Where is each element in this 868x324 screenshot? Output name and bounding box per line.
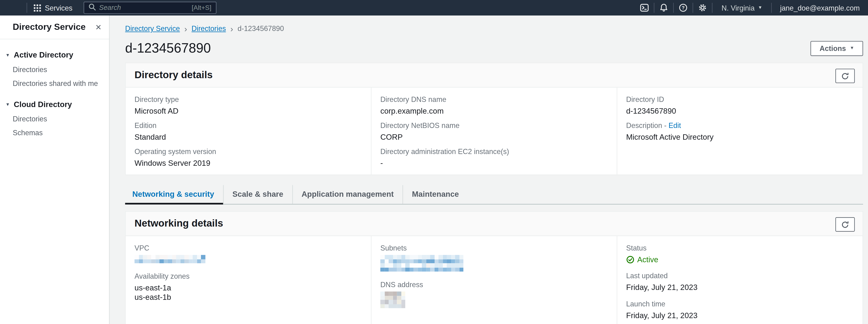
launch-time-value: Friday, July 21, 2023 (626, 311, 854, 320)
chevron-down-icon: ▼ (758, 6, 763, 10)
actions-button[interactable]: Actions ▼ (811, 40, 863, 56)
field-label: Directory DNS name (380, 95, 608, 104)
cloudshell-button[interactable] (635, 0, 654, 16)
networking-details-panel: Networking details VPC (125, 211, 863, 324)
status-value: Active (637, 255, 658, 264)
services-grid-icon (34, 4, 41, 11)
bell-icon (659, 3, 669, 12)
services-menu-button[interactable]: Services (27, 3, 79, 12)
details-column-1: Directory typeMicrosoft AD EditionStanda… (126, 88, 371, 175)
sidebar-item-schemas[interactable]: Schemas (0, 129, 109, 137)
networking-column-2: Subnets DNS address (371, 236, 617, 324)
field-value: Microsoft Active Directory (626, 132, 854, 142)
question-circle-icon: ? (679, 3, 688, 12)
subnets-redacted-value (380, 255, 463, 272)
help-button[interactable]: ? (674, 0, 693, 16)
detail-tabs: Networking & security Scale & share Appl… (125, 185, 863, 205)
networking-details-title: Networking details (135, 218, 223, 229)
details-column-3: Directory IDd-1234567890 Description - E… (617, 88, 863, 175)
svg-text:?: ? (682, 5, 685, 10)
vpc-redacted-value (135, 255, 205, 263)
gear-icon (698, 3, 707, 12)
sidebar-section-active-directory[interactable]: ▼ Active Directory (0, 51, 109, 59)
last-updated-value: Friday, July 21, 2023 (626, 283, 854, 292)
availability-zones-label: Availability zones (135, 272, 362, 281)
tab-scale-share[interactable]: Scale & share (223, 185, 292, 204)
main-content: Directory Service › Directories › d-1234… (110, 16, 868, 324)
status-label: Status (626, 244, 854, 253)
launch-time-label: Launch time (626, 300, 854, 309)
chevron-down-icon: ▼ (6, 52, 10, 57)
field-value: Microsoft AD (135, 106, 362, 116)
networking-column-3: Status Active Last updated F (617, 236, 863, 324)
app-root: Services Search [Alt+S] (0, 0, 868, 324)
tab-networking-security[interactable]: Networking & security (125, 185, 223, 204)
details-column-2: Directory DNS namecorp.example.com Direc… (371, 88, 617, 175)
search-placeholder: Search (99, 4, 121, 12)
chevron-down-icon: ▼ (850, 46, 855, 51)
account-menu[interactable]: jane_doe@example.com (772, 3, 868, 12)
subnets-label: Subnets (380, 244, 608, 253)
edit-description-link[interactable]: Edit (669, 121, 681, 129)
availability-zone: us-east-1b (135, 293, 362, 302)
status-badge: Active (626, 255, 854, 264)
service-sidebar: Directory Service × ▼ Active Directory D… (0, 16, 110, 324)
tab-application-management[interactable]: Application management (292, 185, 403, 204)
field-value: d-1234567890 (626, 106, 854, 116)
last-updated-label: Last updated (626, 272, 854, 281)
field-label: Directory NetBIOS name (380, 121, 608, 130)
sidebar-section-cloud-directory[interactable]: ▼ Cloud Directory (0, 100, 109, 109)
tab-maintenance[interactable]: Maintenance (402, 185, 468, 204)
page-title: d-1234567890 (125, 40, 211, 56)
field-label: Directory ID (626, 95, 854, 104)
field-label: Description - Edit (626, 121, 854, 130)
breadcrumb: Directory Service › Directories › d-1234… (125, 24, 863, 33)
top-navigation-bar: Services Search [Alt+S] (0, 0, 868, 16)
notifications-button[interactable] (655, 0, 673, 16)
services-label: Services (45, 3, 72, 12)
refresh-button[interactable] (835, 217, 855, 232)
field-label: Directory administration EC2 instance(s) (380, 147, 608, 156)
field-value: - (380, 158, 608, 168)
directory-details-panel: Directory details Directory typeMicrosof… (125, 63, 863, 175)
region-label: N. Virginia (722, 3, 755, 12)
dns-redacted-value (380, 292, 405, 308)
field-value: Windows Server 2019 (135, 158, 362, 168)
search-input[interactable]: Search [Alt+S] (84, 2, 216, 14)
breadcrumb-link-directories[interactable]: Directories (192, 24, 226, 33)
refresh-button[interactable] (835, 69, 855, 83)
close-icon[interactable]: × (95, 22, 101, 32)
sidebar-nav: ▼ Active Directory Directories Directori… (0, 39, 109, 137)
availability-zone: us-east-1a (135, 283, 362, 293)
settings-button[interactable] (693, 0, 712, 16)
sidebar-item-directories[interactable]: Directories (0, 65, 109, 74)
chevron-down-icon: ▼ (6, 102, 10, 107)
field-value: corp.example.com (380, 106, 608, 116)
breadcrumb-current: d-1234567890 (238, 24, 284, 33)
nav-right-controls: ? N. Virginia ▼ jane_doe@example.com (635, 0, 868, 16)
field-value: CORP (380, 132, 608, 142)
region-selector[interactable]: N. Virginia ▼ (713, 3, 771, 12)
dns-address-label: DNS address (380, 280, 608, 289)
refresh-icon (841, 72, 849, 80)
chevron-right-icon: › (184, 24, 187, 33)
check-circle-icon (626, 255, 634, 263)
directory-details-title: Directory details (135, 69, 213, 80)
field-value: Standard (135, 132, 362, 142)
sidebar-title: Directory Service (13, 22, 86, 32)
networking-column-1: VPC Availability zones us-east-1a us-eas… (126, 236, 371, 324)
vpc-label: VPC (135, 244, 362, 253)
refresh-icon (841, 220, 849, 229)
chevron-right-icon: › (230, 24, 233, 33)
cloudshell-terminal-icon (640, 3, 649, 12)
sidebar-item-directories-shared-with-me[interactable]: Directories shared with me (0, 79, 109, 88)
field-label: Edition (135, 121, 362, 130)
field-label: Directory type (135, 95, 362, 104)
search-icon (88, 3, 96, 12)
sidebar-item-cloud-directories[interactable]: Directories (0, 115, 109, 123)
breadcrumb-link-directory-service[interactable]: Directory Service (125, 24, 180, 33)
search-shortcut-hint: [Alt+S] (192, 4, 211, 12)
field-label: Operating system version (135, 147, 362, 156)
